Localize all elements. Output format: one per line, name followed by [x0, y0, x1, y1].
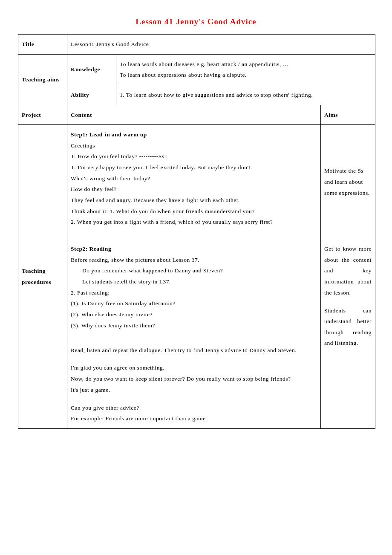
step1-aims: Motivate the Ss and learn about some exp…	[321, 125, 375, 239]
step2-heading: Step2: Reading	[71, 243, 317, 254]
step2-line: Before reading, show the pictures about …	[71, 254, 317, 266]
step2-aims-1: Get to know more about the content and k…	[324, 243, 372, 298]
step1-heading: Step1: Lead-in and warm up	[71, 129, 317, 140]
table-row: Project Content Aims	[18, 105, 375, 125]
title-label: Title	[18, 35, 67, 55]
knowledge-label: Knowledge	[67, 54, 116, 85]
table-row: Ability 1. To learn about how to give su…	[18, 85, 375, 105]
step2-line: Let students retell the story in L37.	[71, 276, 317, 287]
table-row: Teaching procedures Step1: Lead-in and w…	[18, 125, 375, 239]
step1-line: T: I'm very happy to see you. I feel exc…	[71, 162, 317, 173]
step2-line: Read, listen and repeat the dialogue. Th…	[71, 345, 317, 356]
step1-line: 2. When you get into a fight with a frie…	[71, 217, 317, 228]
table-row: Teaching aims Knowledge To learn words a…	[18, 54, 375, 85]
table-row: Title Lesson41 Jenny's Good Advice	[18, 35, 375, 55]
lesson-plan-table: Title Lesson41 Jenny's Good Advice Teach…	[18, 34, 375, 429]
step2-line: (1). Is Danny free on Saturday afternoon…	[71, 298, 317, 309]
step2-line: I'm glad you can agree on something.	[71, 362, 317, 373]
ability-label: Ability	[67, 85, 116, 105]
content-label: Content	[67, 105, 321, 125]
ability-value: 1. To learn about how to give suggestion…	[116, 85, 375, 105]
step2-line: (3). Why does Jenny invite them?	[71, 320, 317, 331]
step2-line: (2). Who else does Jenny invite?	[71, 309, 317, 320]
step1-content: Step1: Lead-in and warm up Greetings T: …	[67, 125, 321, 239]
teaching-aims-label: Teaching aims	[18, 54, 67, 105]
table-row: Step2: Reading Before reading, show the …	[18, 239, 375, 429]
page-title: Lesson 41 Jenny's Good Advice	[18, 17, 374, 26]
knowledge-value: To learn words about diseases e.g. heart…	[116, 54, 375, 85]
procedures-label: Teaching procedures	[18, 125, 67, 429]
project-label: Project	[18, 105, 67, 125]
step1-line: They feel sad and angry. Because they ha…	[71, 195, 317, 206]
step2-aims: Get to know more about the content and k…	[321, 239, 375, 429]
step2-line: It's just a game.	[71, 384, 317, 396]
step1-line: How do they feel?	[71, 184, 317, 195]
step1-line: What's wrong with them today?	[71, 173, 317, 184]
aims-label: Aims	[321, 105, 375, 125]
step2-line: For example: Friends are more important …	[71, 413, 317, 424]
step2-line: Now, do you two want to keep silent fore…	[71, 373, 317, 384]
step2-line: Can you give other advice?	[71, 402, 317, 413]
step2-aims-2: Students can understand better through r…	[324, 305, 372, 349]
step2-line: 2. Fast reading:	[71, 287, 317, 298]
step2-content: Step2: Reading Before reading, show the …	[67, 239, 321, 429]
step1-line: Greetings	[71, 140, 317, 151]
step2-line: Do you remember what happened to Danny a…	[71, 265, 317, 276]
step1-line: T: How do you feel today? ---------Ss :	[71, 151, 317, 162]
step1-line: Think about it: 1. What do you do when y…	[71, 206, 317, 217]
title-value: Lesson41 Jenny's Good Advice	[67, 35, 375, 55]
